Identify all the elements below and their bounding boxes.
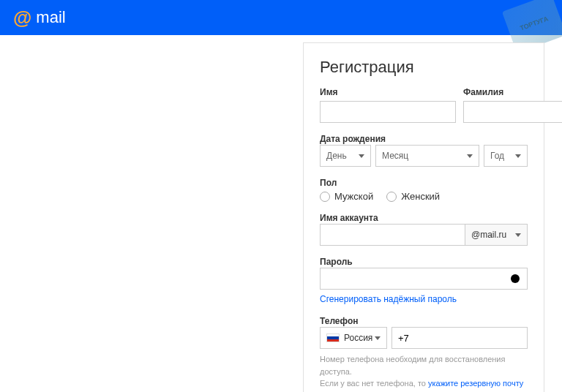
- form-title: Регистрация: [320, 58, 528, 77]
- chevron-down-icon: [515, 154, 521, 158]
- chevron-down-icon: [467, 154, 473, 158]
- gender-male-radio[interactable]: Мужской: [320, 191, 373, 202]
- lastname-label: Фамилия: [463, 87, 562, 97]
- generate-password-link[interactable]: Сгенерировать надёжный пароль: [320, 294, 457, 304]
- app-header: @ mail: [0, 0, 562, 35]
- domain-select[interactable]: @mail.ru: [465, 224, 528, 246]
- dob-day-select[interactable]: День: [320, 145, 371, 167]
- toggle-password-icon[interactable]: [509, 272, 522, 285]
- phone-label: Телефон: [320, 316, 358, 326]
- logo-text: mail: [36, 8, 65, 27]
- password-input[interactable]: [320, 268, 528, 290]
- dob-label: Дата рождения: [320, 134, 386, 144]
- gender-label: Пол: [320, 178, 337, 188]
- gender-female-radio[interactable]: Женский: [386, 191, 440, 202]
- backup-email-link[interactable]: укажите резервную почту: [428, 379, 523, 388]
- dob-month-select[interactable]: Месяц: [375, 145, 479, 167]
- chevron-down-icon: [359, 154, 364, 158]
- radio-icon: [320, 192, 330, 202]
- country-select[interactable]: Россия: [320, 327, 387, 349]
- logo-at-icon: @: [13, 7, 31, 29]
- phone-input[interactable]: [391, 327, 528, 349]
- phone-hint: Номер телефона необходим для восстановле…: [320, 353, 528, 390]
- account-label: Имя аккаунта: [320, 213, 378, 223]
- account-input[interactable]: [320, 224, 465, 246]
- dob-year-select[interactable]: Год: [484, 145, 528, 167]
- registration-form: Регистрация Имя Фамилия Дата рождения Де…: [303, 42, 544, 392]
- firstname-input[interactable]: [320, 101, 456, 123]
- firstname-label: Имя: [320, 87, 456, 97]
- radio-icon: [386, 192, 397, 202]
- password-label: Пароль: [320, 257, 353, 267]
- flag-russia-icon: [326, 333, 340, 342]
- logo[interactable]: @ mail: [13, 7, 66, 29]
- chevron-down-icon: [375, 336, 381, 340]
- lastname-input[interactable]: [463, 101, 562, 123]
- chevron-down-icon: [515, 233, 521, 237]
